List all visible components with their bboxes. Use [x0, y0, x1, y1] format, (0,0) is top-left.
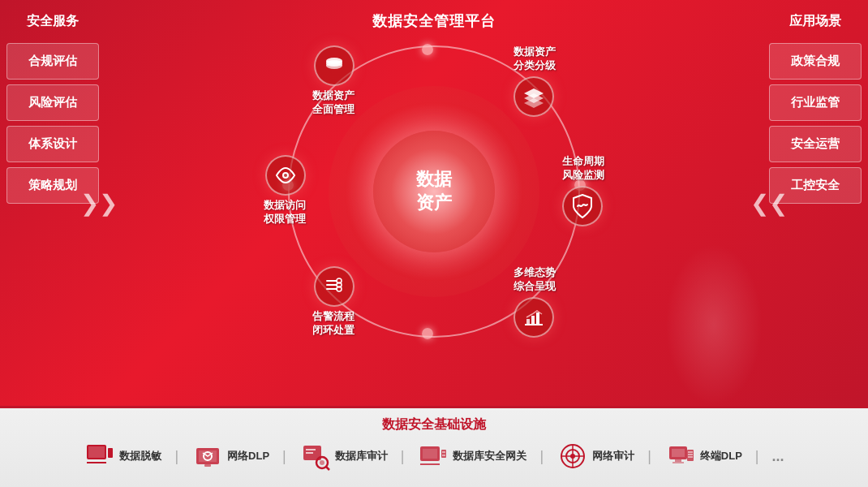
bottom-title: 数据安全基础设施 — [16, 416, 852, 433]
right-sidebar-btn-0[interactable]: 政策合规 — [769, 43, 862, 80]
node-bot-left-label: 告警流程闭环处置 — [312, 310, 355, 338]
infra-item-1[interactable]: 网络DLP — [191, 440, 269, 472]
node-bot-left: 告警流程闭环处置 — [312, 266, 355, 338]
left-chevron-icon: ❯❯ — [80, 190, 118, 217]
node-mid-right-label: 生命周期风险监测 — [562, 155, 604, 183]
platform-title: 数据安全管理平台 — [372, 5, 496, 34]
svg-rect-32 — [306, 449, 316, 450]
infra-icon-0 — [84, 440, 116, 472]
infra-icon-1 — [191, 440, 224, 472]
svg-rect-33 — [306, 452, 313, 454]
center-label: 数据 资产 — [373, 131, 495, 252]
infra-label-4: 网络审计 — [592, 449, 634, 463]
node-bot-right: 多维态势综合呈现 — [513, 266, 556, 338]
svg-rect-21 — [88, 446, 105, 458]
divider-3: | — [539, 448, 544, 465]
divider-5: | — [755, 448, 759, 465]
divider-2: | — [401, 448, 405, 465]
divider-4: | — [647, 448, 651, 465]
svg-rect-16 — [525, 324, 543, 325]
bottom-section: 数据安全基础设施 数据脱敏 | — [0, 406, 868, 487]
right-chevron-icon: ❮❮ — [750, 190, 788, 217]
node-bot-left-icon — [314, 266, 355, 307]
right-sidebar-btn-2[interactable]: 安全运营 — [769, 126, 862, 162]
left-sidebar-title: 安全服务 — [6, 8, 99, 38]
svg-rect-12 — [326, 288, 337, 290]
svg-point-4 — [326, 62, 342, 69]
infra-item-3[interactable]: 数据库安全网关 — [417, 440, 526, 472]
node-top-right-icon — [513, 76, 554, 117]
left-sidebar: 安全服务 合规评估 风险评估 体系设计 策略规划 ❯❯ — [0, 0, 105, 406]
infra-item-0[interactable]: 数据脱敏 — [84, 440, 161, 472]
infra-label-1: 网络DLP — [227, 449, 269, 463]
svg-point-30 — [320, 460, 324, 465]
svg-line-31 — [326, 467, 329, 470]
svg-rect-37 — [442, 451, 445, 453]
svg-rect-17 — [526, 319, 530, 324]
infra-icon-5 — [664, 440, 697, 472]
dot-bottom — [422, 328, 433, 339]
infra-icon-4 — [556, 440, 589, 472]
node-mid-right: 生命周期风险监测 — [562, 155, 604, 226]
node-top-left-icon — [314, 45, 355, 86]
node-top-right-label: 数据资产分类分级 — [513, 45, 556, 73]
svg-rect-10 — [326, 280, 337, 282]
dot-top — [422, 44, 433, 55]
node-mid-left-icon — [265, 155, 306, 196]
svg-rect-35 — [423, 449, 437, 459]
node-bot-right-label: 多维态势综合呈现 — [513, 266, 556, 294]
center-platform: 数据安全管理平台 数据 资产 — [105, 0, 763, 406]
node-mid-left: 数据访问权限管理 — [264, 155, 306, 226]
top-section: 安全服务 合规评估 风险评估 体系设计 策略规划 ❯❯ 数据安全管理平台 数据 … — [0, 0, 868, 406]
svg-marker-7 — [524, 98, 544, 108]
divider-1: | — [282, 448, 286, 465]
svg-rect-47 — [675, 459, 681, 462]
node-mid-right-icon — [562, 186, 603, 226]
svg-rect-36 — [441, 450, 446, 458]
right-sidebar: ❮❮ 应用场景 政策合规 行业监管 安全运营 工控安全 — [763, 0, 868, 406]
right-sidebar-title: 应用场景 — [769, 8, 862, 38]
node-top-left: 数据资产全面管理 — [312, 45, 355, 117]
svg-rect-49 — [687, 450, 694, 461]
sidebar-btn-2[interactable]: 体系设计 — [6, 126, 99, 162]
node-top-left-label: 数据资产全面管理 — [312, 89, 355, 117]
node-top-right: 数据资产分类分级 — [513, 45, 556, 117]
svg-rect-18 — [531, 316, 535, 324]
sidebar-btn-0[interactable]: 合规评估 — [6, 43, 99, 80]
infra-label-3: 数据库安全网关 — [453, 449, 526, 463]
infra-icon-2 — [299, 440, 332, 472]
divider-0: | — [174, 448, 178, 465]
infra-items: 数据脱敏 | 网络DLP | — [16, 440, 852, 472]
sidebar-btn-1[interactable]: 风险评估 — [6, 84, 99, 121]
infra-item-more[interactable]: ... — [772, 448, 784, 465]
right-sidebar-btn-1[interactable]: 行业监管 — [769, 84, 862, 121]
svg-rect-19 — [536, 312, 539, 324]
infra-item-5[interactable]: 终端DLP — [664, 440, 742, 472]
infra-icon-3 — [417, 440, 449, 472]
infra-label-more: ... — [772, 448, 784, 465]
infra-item-4[interactable]: 网络审计 — [556, 440, 634, 472]
svg-rect-11 — [326, 284, 337, 286]
node-bot-right-icon — [513, 297, 554, 338]
infra-item-2[interactable]: 数据库审计 — [299, 440, 388, 472]
node-mid-left-label: 数据访问权限管理 — [264, 199, 306, 226]
infra-label-5: 终端DLP — [700, 449, 742, 463]
circle-diagram: 数据 资产 — [280, 37, 588, 346]
svg-rect-48 — [672, 462, 684, 463]
svg-rect-38 — [442, 455, 445, 456]
infra-label-2: 数据库审计 — [335, 449, 388, 463]
infra-label-0: 数据脱敏 — [119, 449, 161, 463]
svg-point-9 — [284, 174, 287, 177]
svg-rect-22 — [108, 448, 113, 458]
svg-rect-27 — [204, 464, 211, 467]
main-container: 安全服务 合规评估 风险评估 体系设计 策略规划 ❯❯ 数据安全管理平台 数据 … — [0, 0, 868, 487]
svg-rect-46 — [672, 449, 685, 457]
